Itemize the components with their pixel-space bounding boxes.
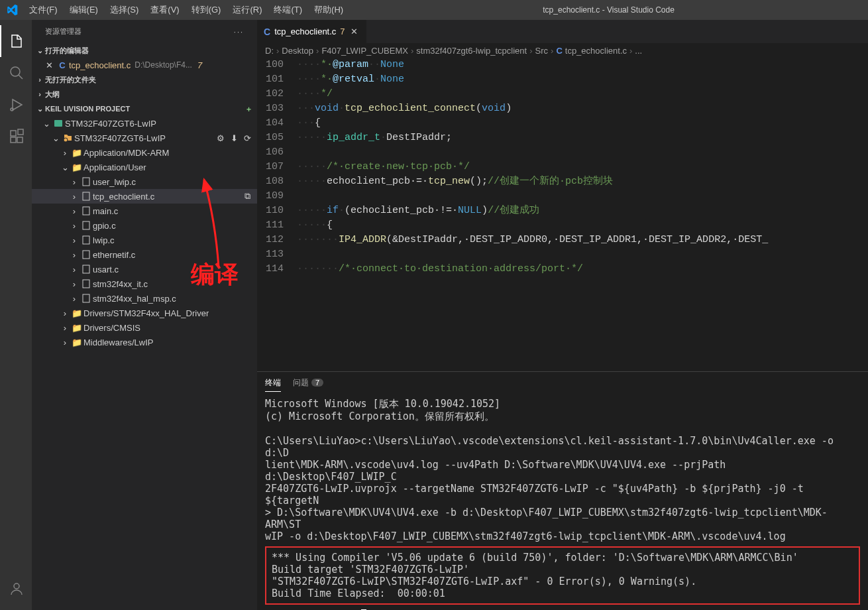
tree-item[interactable]: ›lwip.c <box>32 233 257 247</box>
svg-rect-10 <box>83 192 89 200</box>
problems-count-badge: 7 <box>311 379 323 387</box>
section-no-folder[interactable]: ›无打开的文件夹 <box>32 72 257 87</box>
extensions-icon[interactable] <box>0 121 32 152</box>
breadcrumb-item[interactable]: ... <box>635 46 642 56</box>
svg-rect-4 <box>17 137 23 143</box>
svg-rect-11 <box>83 207 89 215</box>
tree-item[interactable]: ›tcp_echoclient.c⧉ <box>32 189 257 204</box>
tab-problems[interactable]: 问题7 <box>293 375 323 391</box>
svg-rect-2 <box>11 131 16 136</box>
open-editor-item[interactable]: ✕ C tcp_echoclient.c D:\Desktop\F4... 7 <box>32 58 257 72</box>
sidebar: 资源管理器 ··· ⌄打开的编辑器 ✕ C tcp_echoclient.c D… <box>32 20 257 610</box>
dirty-badge: 7 <box>340 27 345 36</box>
tree-item[interactable]: ⌄STM32F407ZGT6-LwIP <box>32 116 257 131</box>
breadcrumbs[interactable]: D:›Desktop›F407_LWIP_CUBEMX›stm32f407zgt… <box>257 43 868 58</box>
svg-rect-3 <box>11 137 16 143</box>
svg-rect-16 <box>83 280 89 288</box>
tree-item[interactable]: ›user_lwip.c <box>32 174 257 189</box>
build-output-box: *** Using Compiler 'V5.06 update 6 (buil… <box>265 546 860 605</box>
tree-item[interactable]: ›📁Application/MDK-ARM <box>32 145 257 160</box>
tree-item[interactable]: ›📁Drivers/CMSIS <box>32 320 257 335</box>
breadcrumb-item[interactable]: D: <box>265 46 274 56</box>
sidebar-title-bar: 资源管理器 ··· <box>32 20 257 43</box>
tree-item[interactable]: ›ethernetif.c <box>32 247 257 262</box>
svg-rect-17 <box>83 294 89 302</box>
svg-point-8 <box>64 138 68 142</box>
menubar: 文件(F)编辑(E)选择(S)查看(V)转到(G)运行(R)终端(T)帮助(H) <box>23 1 349 19</box>
tree-item[interactable]: ⌄STM32F407ZGT6-LwIP⚙⬇⟳ <box>32 131 257 145</box>
menu-item[interactable]: 终端(T) <box>268 1 308 19</box>
close-icon[interactable]: ✕ <box>42 60 56 70</box>
tree-item[interactable]: ›stm32f4xx_it.c <box>32 276 257 291</box>
tab-terminal[interactable]: 终端 <box>265 375 281 392</box>
build-icon[interactable]: ⚙ <box>215 132 227 144</box>
svg-rect-12 <box>83 221 89 229</box>
section-keil-project[interactable]: ⌄KEIL UVISION PROJECT ＋ <box>32 101 257 116</box>
breadcrumb-item[interactable]: Desktop <box>282 46 313 56</box>
terminal[interactable]: Microsoft Windows [版本 10.0.19042.1052] (… <box>257 394 868 610</box>
download-icon[interactable]: ⬇ <box>228 132 240 144</box>
svg-point-1 <box>11 108 13 111</box>
tree-item[interactable]: ›usart.c <box>32 262 257 276</box>
more-icon[interactable]: ··· <box>234 28 244 36</box>
tree-item[interactable]: ⌄📁Application/User <box>32 160 257 174</box>
c-file-icon: C <box>264 27 270 37</box>
tabbar: C tcp_echoclient.c 7 ✕ <box>257 20 868 43</box>
activity-bar <box>0 20 32 610</box>
rebuild-icon[interactable]: ⟳ <box>241 132 253 144</box>
svg-rect-14 <box>83 251 89 259</box>
gutter: 1001011021031041051061071081091101111121… <box>257 58 297 371</box>
breadcrumb-item[interactable]: stm32f407zgt6-lwip_tcpclient <box>416 46 527 56</box>
section-outline[interactable]: ›大纲 <box>32 87 257 101</box>
menu-item[interactable]: 编辑(E) <box>64 1 104 19</box>
titlebar: 文件(F)编辑(E)选择(S)查看(V)转到(G)运行(R)终端(T)帮助(H)… <box>0 0 868 20</box>
svg-rect-7 <box>54 120 62 127</box>
breadcrumb-item[interactable]: Src <box>535 46 549 56</box>
code-content[interactable]: ····*·@param··None····*·@retval·None····… <box>297 58 868 371</box>
svg-rect-5 <box>18 129 23 135</box>
breadcrumb-item[interactable]: Ctcp_echoclient.c <box>556 46 627 56</box>
run-debug-icon[interactable] <box>0 89 32 121</box>
editor-area: C tcp_echoclient.c 7 ✕ D:›Desktop›F407_L… <box>257 20 868 610</box>
svg-point-6 <box>14 583 19 589</box>
c-file-icon: C <box>56 60 69 70</box>
svg-rect-15 <box>83 265 89 273</box>
svg-rect-13 <box>83 236 89 244</box>
search-icon[interactable] <box>0 57 32 89</box>
close-icon[interactable]: ✕ <box>349 27 360 36</box>
explorer-icon[interactable] <box>0 25 32 57</box>
editor[interactable]: 1001011021031041051061071081091101111121… <box>257 58 868 371</box>
menu-item[interactable]: 运行(R) <box>227 1 268 19</box>
breadcrumb-item[interactable]: F407_LWIP_CUBEMX <box>321 46 408 56</box>
svg-point-0 <box>11 67 20 76</box>
svg-rect-9 <box>83 178 89 186</box>
tree-item[interactable]: ›📁Drivers/STM32F4xx_HAL_Driver <box>32 306 257 320</box>
section-open-editors[interactable]: ⌄打开的编辑器 <box>32 43 257 58</box>
add-project-icon[interactable]: ＋ <box>243 103 254 115</box>
tree-item[interactable]: ›stm32f4xx_hal_msp.c <box>32 291 257 306</box>
menu-item[interactable]: 转到(G) <box>186 1 227 19</box>
tab-tcp-echoclient[interactable]: C tcp_echoclient.c 7 ✕ <box>257 20 367 43</box>
sidebar-title: 资源管理器 <box>45 27 81 36</box>
copy-icon[interactable]: ⧉ <box>241 190 253 202</box>
panel: 终端 问题7 Microsoft Windows [版本 10.0.19042.… <box>257 371 868 610</box>
menu-item[interactable]: 帮助(H) <box>308 1 349 19</box>
tree-item[interactable]: ›📁Middlewares/LwIP <box>32 335 257 349</box>
accounts-icon[interactable] <box>0 573 32 605</box>
window-title: tcp_echoclient.c - Visual Studio Code <box>349 5 868 15</box>
vscode-icon <box>0 4 23 16</box>
menu-item[interactable]: 文件(F) <box>23 1 64 19</box>
tree-item[interactable]: ›main.c <box>32 204 257 218</box>
menu-item[interactable]: 选择(S) <box>104 1 144 19</box>
menu-item[interactable]: 查看(V) <box>144 1 185 19</box>
tree-item[interactable]: ›gpio.c <box>32 218 257 233</box>
panel-tabs: 终端 问题7 <box>257 372 868 394</box>
